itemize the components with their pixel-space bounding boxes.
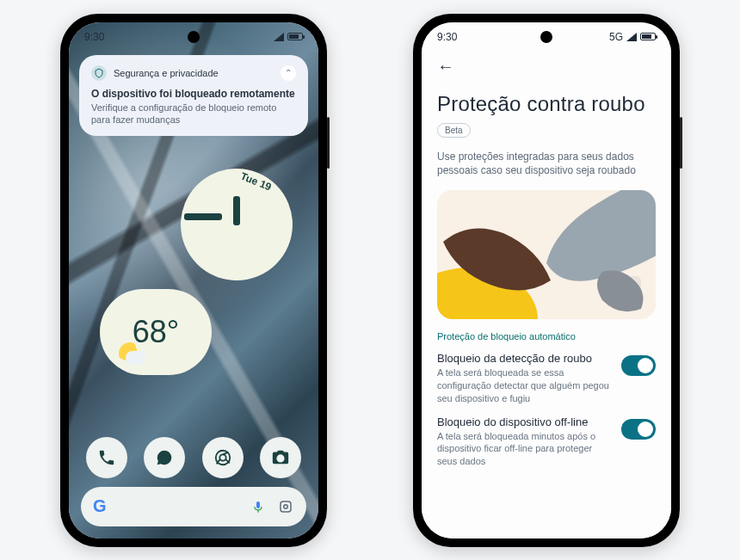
lens-icon[interactable] [277, 498, 294, 515]
messages-app-icon[interactable] [144, 437, 185, 478]
svg-point-1 [219, 454, 225, 460]
setting-row-offline-lock[interactable]: Bloqueio do dispositivo off-line A tela … [437, 415, 656, 469]
page-subtitle: Use proteções integradas para seus dados… [437, 150, 656, 179]
notification-card[interactable]: Segurança e privacidade ⌃ O dispositivo … [79, 55, 308, 137]
toggle-offline-lock[interactable] [621, 419, 656, 440]
mic-icon[interactable] [250, 498, 267, 515]
setting-title: Bloqueio do dispositivo off-line [437, 415, 613, 428]
settings-screen: 9:30 5G ← Proteção contra roubo Beta Use… [422, 22, 671, 538]
clock-widget[interactable]: Tue 19 [181, 169, 293, 280]
setting-row-theft-detection[interactable]: Bloqueio da detecção de roubo A tela ser… [437, 352, 656, 405]
page-title: Proteção contra roubo [437, 92, 656, 116]
phone-app-icon[interactable] [86, 437, 127, 478]
toggle-theft-detection[interactable] [621, 355, 656, 376]
shield-icon [91, 65, 107, 81]
app-dock [69, 437, 318, 478]
chevron-up-icon[interactable]: ⌃ [281, 65, 296, 81]
beta-badge: Beta [437, 123, 471, 138]
signal-icon [626, 33, 637, 41]
svg-point-3 [284, 504, 288, 508]
battery-icon [640, 33, 656, 40]
section-label: Proteção de bloqueio automático [437, 331, 656, 342]
search-bar[interactable]: G [81, 487, 306, 526]
home-screen: 9:30 Segurança e privacidade ⌃ O disposi… [69, 22, 318, 538]
status-time: 9:30 [84, 31, 104, 43]
camera-cutout [540, 31, 552, 43]
notification-title: O dispositivo foi bloqueado remotamente [91, 88, 296, 100]
camera-cutout [188, 31, 200, 43]
google-logo-icon: G [93, 496, 107, 516]
battery-icon [287, 33, 303, 40]
camera-app-icon[interactable] [260, 437, 301, 478]
weather-temp: 68° [133, 314, 179, 350]
clock-hour-hand [233, 196, 240, 225]
back-button[interactable]: ← [437, 57, 656, 77]
weather-icon [119, 342, 141, 365]
setting-description: A tela será bloqueada minutos após o dis… [437, 430, 613, 469]
setting-title: Bloqueio da detecção de roubo [437, 352, 613, 365]
signal-icon [274, 33, 284, 41]
status-network: 5G [609, 31, 623, 43]
notification-category: Segurança e privacidade [114, 68, 219, 78]
status-time: 9:30 [437, 31, 457, 43]
svg-rect-2 [281, 502, 291, 512]
phone-mockup-settings: 9:30 5G ← Proteção contra roubo Beta Use… [413, 14, 680, 547]
chrome-app-icon[interactable] [202, 437, 244, 478]
phone-mockup-home: 9:30 Segurança e privacidade ⌃ O disposi… [60, 14, 327, 547]
weather-widget[interactable]: 68° [100, 289, 212, 375]
setting-description: A tela será bloqueada se essa configuraç… [437, 366, 613, 405]
theft-illustration [437, 190, 656, 319]
notification-body: Verifique a configuração de bloqueio rem… [91, 102, 296, 126]
clock-minute-hand [184, 213, 222, 220]
